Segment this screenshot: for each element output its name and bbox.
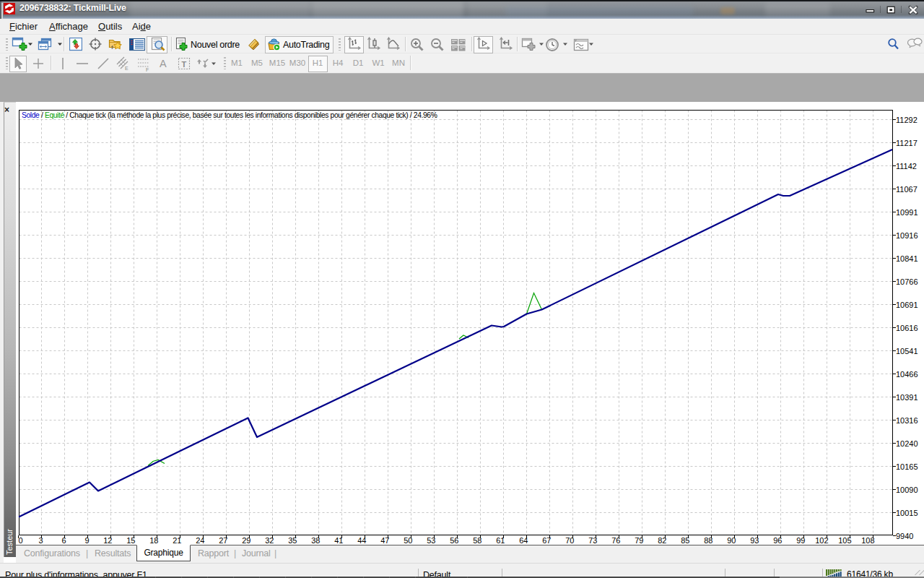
svg-text:12: 12 [103,536,112,545]
svg-text:18: 18 [149,536,158,545]
svg-text:10316: 10316 [896,416,918,425]
svg-text:85: 85 [681,536,689,545]
svg-text:6: 6 [61,536,66,545]
svg-text:76: 76 [611,536,620,545]
svg-text:58: 58 [473,536,481,545]
svg-text:10841: 10841 [896,254,918,263]
svg-text:67: 67 [542,536,551,545]
svg-text:27: 27 [219,536,227,545]
svg-text:35: 35 [288,536,297,545]
svg-text:11142: 11142 [896,162,917,171]
svg-text:9: 9 [84,536,89,545]
svg-text:10691: 10691 [896,301,918,309]
svg-text:24: 24 [196,536,204,545]
svg-text:11292: 11292 [896,116,918,124]
svg-text:29: 29 [242,536,250,545]
svg-text:32: 32 [265,536,274,545]
svg-text:10090: 10090 [896,486,918,494]
svg-text:10015: 10015 [896,509,918,517]
svg-text:53: 53 [427,536,435,545]
svg-text:10240: 10240 [896,439,918,448]
svg-text:108: 108 [861,536,874,545]
svg-text:10991: 10991 [896,208,918,217]
svg-text:47: 47 [380,536,389,545]
svg-text:90: 90 [727,536,736,545]
svg-text:10541: 10541 [896,347,918,355]
svg-text:99: 99 [796,536,805,545]
svg-text:10165: 10165 [896,462,918,471]
svg-text:15: 15 [126,536,135,545]
svg-text:10766: 10766 [896,277,918,286]
svg-text:T: T [182,60,187,69]
svg-text:F: F [146,67,149,72]
svg-text:73: 73 [588,536,597,545]
svg-text:82: 82 [658,536,666,545]
svg-text:79: 79 [635,536,643,545]
svg-text:61: 61 [496,536,505,545]
svg-text:11217: 11217 [896,139,918,147]
svg-text:56: 56 [450,536,458,545]
svg-text:9940: 9940 [896,532,913,540]
svg-text:44: 44 [357,536,366,545]
svg-text:10391: 10391 [896,393,918,402]
svg-text:105: 105 [838,536,851,545]
svg-text:102: 102 [815,536,828,545]
svg-text:0: 0 [18,536,22,545]
svg-text:70: 70 [565,536,574,545]
svg-text:11067: 11067 [896,185,918,194]
svg-text:93: 93 [750,536,759,545]
svg-text:88: 88 [704,536,712,545]
svg-text:64: 64 [519,536,528,545]
svg-text:50: 50 [404,536,412,545]
svg-text:10616: 10616 [896,324,918,332]
svg-text:10466: 10466 [896,370,918,379]
svg-text:21: 21 [173,536,181,545]
svg-text:41: 41 [334,536,343,545]
svg-text:38: 38 [311,536,320,545]
svg-text:10916: 10916 [896,231,918,240]
svg-text:Solde / Equité / Chaque tick (: Solde / Equité / Chaque tick (la méthode… [22,111,437,119]
svg-text:3: 3 [38,536,43,545]
svg-text:E: E [125,66,128,71]
svg-text:96: 96 [773,536,782,545]
